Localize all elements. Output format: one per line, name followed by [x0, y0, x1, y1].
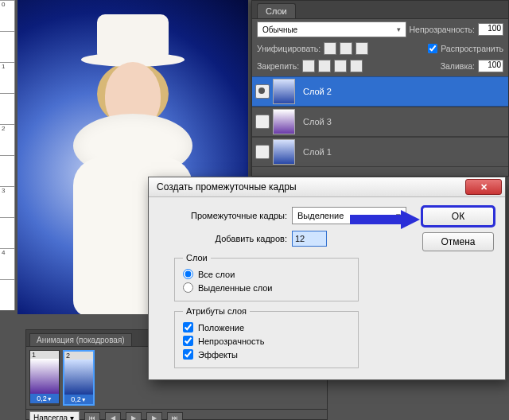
- parameters-group: Атрибуты слоя Положение Непрозрачность Э…: [174, 306, 359, 368]
- opacity-checkbox[interactable]: [183, 336, 193, 346]
- cancel-button[interactable]: Отмена: [422, 232, 494, 251]
- all-layers-radio[interactable]: [183, 269, 193, 279]
- layer-thumbnail: [273, 109, 295, 134]
- lock-all-icon[interactable]: [350, 60, 363, 72]
- lock-transparency-icon[interactable]: [302, 60, 315, 72]
- blend-mode-value: Обычные: [262, 25, 297, 34]
- ok-button[interactable]: ОК: [422, 207, 494, 226]
- all-layers-option[interactable]: Все слои: [183, 267, 350, 281]
- effects-checkbox[interactable]: [183, 349, 193, 360]
- layers-legend: Слои: [183, 253, 211, 262]
- opacity-label: Непрозрачность:: [410, 25, 476, 34]
- effects-option[interactable]: Эффекты: [183, 348, 350, 361]
- frame-index: 1: [30, 351, 59, 359]
- visibility-toggle-icon[interactable]: [255, 115, 270, 129]
- unify-position-icon[interactable]: [324, 42, 336, 55]
- chevron-down-icon: ▾: [397, 25, 401, 33]
- close-button[interactable]: ✕: [465, 179, 502, 195]
- lock-label: Закрепить:: [257, 61, 299, 71]
- layer-name[interactable]: Слой 3: [303, 117, 332, 126]
- layer-row[interactable]: Слой 2: [252, 76, 508, 107]
- layer-thumbnail: [273, 79, 295, 104]
- blend-mode-select[interactable]: Обычные ▾: [257, 21, 406, 37]
- opacity-field[interactable]: 100: [478, 23, 503, 36]
- animation-frame[interactable]: 1 0,2▼: [29, 350, 60, 406]
- lock-position-icon[interactable]: [334, 60, 347, 72]
- frame-delay[interactable]: 0,2▼: [30, 394, 59, 403]
- unify-visibility-icon[interactable]: [340, 42, 352, 55]
- dialog-titlebar[interactable]: Создать промежуточные кадры ✕: [149, 177, 505, 197]
- fill-label: Заливка:: [441, 61, 475, 71]
- position-label: Положение: [198, 323, 244, 332]
- lock-image-icon[interactable]: [318, 60, 331, 72]
- parameters-legend: Атрибуты слоя: [183, 306, 250, 316]
- prev-frame-button[interactable]: ◀: [105, 412, 121, 421]
- tab-animation[interactable]: Анимация (покадровая): [29, 333, 132, 346]
- selected-layers-option[interactable]: Выделенные слои: [183, 281, 350, 294]
- layers-group: Слои Все слои Выделенные слои: [174, 253, 359, 301]
- frames-to-add-input[interactable]: [292, 231, 327, 247]
- effects-label: Эффекты: [198, 350, 238, 360]
- play-button[interactable]: ▶: [126, 412, 142, 421]
- tween-with-select[interactable]: Выделение ▾: [292, 207, 406, 224]
- loop-value: Навсегда: [33, 414, 68, 420]
- layer-thumbnail: [273, 139, 295, 165]
- selected-layers-label: Выделенные слои: [198, 283, 272, 293]
- animation-frame[interactable]: 2 0,2▼: [63, 350, 95, 406]
- first-frame-button[interactable]: ⏮: [84, 412, 100, 421]
- loop-select[interactable]: Навсегда ▾: [29, 411, 80, 420]
- frames-to-add-label: Добавить кадров:: [160, 234, 292, 243]
- layer-row[interactable]: Слой 1: [252, 137, 508, 167]
- tween-with-value: Выделение: [297, 211, 344, 220]
- fill-field[interactable]: 100: [478, 60, 503, 72]
- position-option[interactable]: Положение: [183, 321, 350, 334]
- propagate-checkbox[interactable]: [428, 44, 437, 53]
- frame-thumbnail: [64, 360, 93, 395]
- layers-list: Слой 2 Слой 3 Слой 1: [252, 76, 508, 167]
- next-frame-button[interactable]: ▶: [146, 412, 162, 421]
- opacity-option[interactable]: Непрозрачность: [183, 334, 350, 348]
- propagate-label: Распространить: [441, 44, 503, 53]
- visibility-toggle-icon[interactable]: [255, 84, 270, 99]
- tween-dialog: Создать промежуточные кадры ✕ Промежуточ…: [148, 177, 506, 380]
- layer-name[interactable]: Слой 1: [303, 147, 332, 157]
- layers-panel: Слои Обычные ▾ Непрозрачность: 100 Унифи…: [251, 0, 509, 177]
- chevron-down-icon: ▾: [396, 211, 401, 221]
- frame-index: 2: [64, 352, 93, 360]
- opacity-label-cb: Непрозрачность: [198, 336, 264, 346]
- vertical-ruler: 0 1 2 3 4: [0, 0, 15, 310]
- layer-row[interactable]: Слой 3: [252, 107, 508, 137]
- all-layers-label: Все слои: [198, 270, 235, 279]
- position-checkbox[interactable]: [183, 322, 193, 332]
- last-frame-button[interactable]: ⏭: [167, 412, 183, 421]
- close-icon: ✕: [480, 182, 488, 192]
- frame-thumbnail: [30, 359, 59, 394]
- unify-style-icon[interactable]: [356, 42, 368, 55]
- visibility-toggle-icon[interactable]: [255, 145, 270, 159]
- tab-layers[interactable]: Слои: [257, 3, 296, 18]
- dialog-title: Создать промежуточные кадры: [157, 181, 297, 192]
- tween-with-label: Промежуточные кадры:: [160, 211, 292, 220]
- layer-name[interactable]: Слой 2: [303, 87, 332, 96]
- frame-delay[interactable]: 0,2▼: [64, 395, 93, 404]
- selected-layers-radio[interactable]: [183, 282, 193, 293]
- unify-label: Унифицировать:: [257, 44, 321, 53]
